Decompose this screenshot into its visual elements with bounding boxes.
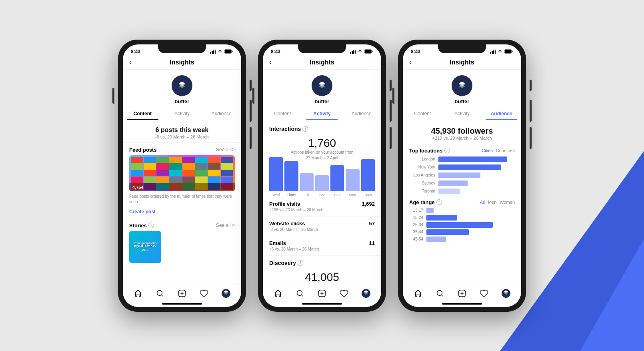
- svg-rect-14: [372, 51, 373, 52]
- metric-change: -8 vs. 20 March – 26 March: [269, 227, 375, 232]
- locations-list: London New York Los Angeles Sydney Toron…: [403, 155, 521, 195]
- create-post-button[interactable]: Create post: [123, 207, 241, 219]
- location-bar-wrap: [438, 164, 515, 170]
- interactions-label: Interactions: [269, 126, 301, 132]
- profile-section-2: buffer: [263, 70, 381, 108]
- nav-home-2[interactable]: [272, 288, 284, 299]
- svg-rect-19: [492, 51, 493, 54]
- profile-name-3: buffer: [455, 98, 470, 104]
- status-icons-2: [350, 49, 373, 54]
- nav-heart-2[interactable]: [338, 288, 350, 299]
- profile-name: buffer: [175, 98, 190, 104]
- posts-vs: -8 vs. 20 March – 26 March: [123, 134, 241, 139]
- big-number: 1,760: [263, 137, 381, 150]
- age-item: 35-44: [403, 229, 521, 236]
- chart-bar: [284, 161, 298, 191]
- tab-audience-2[interactable]: Audience: [342, 108, 381, 120]
- back-button[interactable]: ‹: [129, 58, 132, 66]
- svg-rect-24: [505, 50, 511, 53]
- battery-icon-2: [364, 49, 373, 54]
- age-bar: [426, 215, 457, 221]
- age-info-icon: i: [436, 199, 442, 205]
- chart-bar-item: Tues: [361, 159, 375, 197]
- metric-value: 1,692: [362, 201, 375, 207]
- location-name: Los Angeles: [409, 173, 435, 177]
- nav-heart-3[interactable]: [478, 288, 490, 299]
- nav-add-3[interactable]: [456, 288, 468, 299]
- toggle-all[interactable]: All: [480, 200, 485, 205]
- nav-home[interactable]: [132, 288, 144, 299]
- chart-bar: [330, 165, 344, 191]
- wifi-icon-2: [357, 50, 363, 54]
- svg-point-7: [157, 291, 162, 296]
- nav-add[interactable]: [176, 288, 188, 299]
- buffer-logo-icon-2: [316, 80, 328, 91]
- metric-change: +6 vs. 20 March – 26 March: [269, 247, 375, 251]
- toggle-men[interactable]: Men: [488, 200, 496, 205]
- phone-audience: 8:43: [398, 40, 526, 312]
- tab-audience[interactable]: Audience: [202, 108, 241, 120]
- nav-profile[interactable]: [220, 288, 232, 299]
- chart-bar-item: Sat: [315, 175, 329, 197]
- stories-info-icon: i: [148, 223, 154, 228]
- tab-activity-2[interactable]: Activity: [302, 108, 342, 120]
- discovery-info-icon: i: [298, 260, 303, 266]
- tab-activity[interactable]: Activity: [162, 108, 202, 120]
- interactions-header: Interactions i: [263, 122, 381, 134]
- phone-screen-audience: 8:43: [403, 44, 521, 307]
- age-header: Age range i All Men Women: [403, 195, 521, 207]
- location-bar-wrap: [438, 181, 515, 186]
- big-desc-line1: Actions taken on your account from: [263, 150, 381, 155]
- bars-row: WedThursFriSatSunMonTues: [269, 165, 375, 197]
- status-icons-3: [490, 49, 513, 54]
- tabs-content: Content Activity Audience: [123, 108, 241, 120]
- feed-see-all[interactable]: See all >: [216, 147, 235, 152]
- phones-container: 8:43: [118, 40, 526, 312]
- stories-see-all[interactable]: See all >: [216, 223, 235, 228]
- vol-down-button: [250, 127, 252, 149]
- location-name: Sydney: [409, 181, 435, 185]
- nav-profile-3[interactable]: [500, 288, 512, 299]
- vol-down-button-3: [530, 127, 532, 149]
- nav-home-3[interactable]: [412, 288, 424, 299]
- toggle-cities[interactable]: Cities: [482, 148, 493, 153]
- svg-rect-11: [353, 50, 354, 54]
- svg-rect-23: [512, 51, 513, 52]
- insights-header-3: ‹ Insights: [403, 56, 521, 70]
- age-title: Age range i: [409, 199, 442, 205]
- metric-item: Emails 11 +6 vs. 20 March – 26 March: [263, 236, 381, 256]
- profile-name-2: buffer: [315, 98, 330, 104]
- bottom-nav-3: [403, 283, 521, 307]
- svg-rect-6: [225, 50, 231, 53]
- locations-title: Top locations i: [409, 148, 450, 154]
- tab-content[interactable]: Content: [123, 108, 162, 120]
- age-bar-wrap: [426, 215, 515, 221]
- nav-add-2[interactable]: [316, 288, 328, 299]
- tab-content-3[interactable]: Content: [403, 108, 442, 120]
- svg-rect-3: [215, 50, 216, 54]
- metric-item: Profile visits 1,692 +258 vs. 20 March –…: [263, 197, 381, 217]
- back-button-2[interactable]: ‹: [269, 58, 272, 66]
- location-item: Los Angeles: [403, 171, 521, 179]
- age-label: 18-24: [409, 215, 423, 220]
- age-bar: [426, 237, 446, 242]
- post-overlay: 4,754: [129, 183, 235, 191]
- top-locations-label: Top locations: [409, 148, 443, 154]
- nav-profile-2[interactable]: [360, 288, 372, 299]
- back-button-3[interactable]: ‹: [409, 58, 412, 66]
- tab-content-2[interactable]: Content: [263, 108, 302, 120]
- post-thumbnail: 4,754: [129, 155, 235, 191]
- nav-heart[interactable]: [198, 288, 210, 299]
- bottom-nav-2: [263, 283, 381, 307]
- nav-search-2[interactable]: [294, 288, 306, 299]
- nav-search-3[interactable]: [434, 288, 446, 299]
- insights-header-2: ‹ Insights: [263, 56, 381, 70]
- age-item: 13-17: [403, 207, 521, 214]
- phone-content: 8:43: [118, 40, 246, 312]
- toggle-countries[interactable]: Countries: [496, 148, 515, 153]
- posts-count: 6 posts this week: [123, 126, 241, 134]
- toggle-women[interactable]: Women: [500, 200, 515, 205]
- nav-search[interactable]: [154, 288, 166, 299]
- tab-audience-3[interactable]: Audience: [482, 108, 521, 120]
- tab-activity-3[interactable]: Activity: [442, 108, 482, 120]
